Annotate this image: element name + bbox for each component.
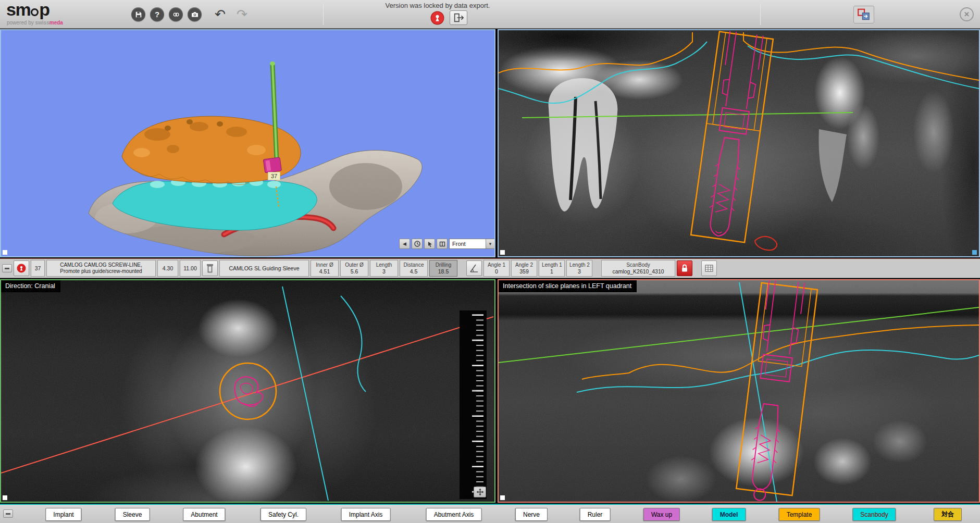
collapse-view-toolbar-button[interactable]: ◀ [399, 239, 410, 249]
table-icon [704, 263, 714, 273]
redo-icon: ↷ [237, 7, 247, 21]
header-separator [760, 4, 761, 25]
field-length-2[interactable]: Length 23 [566, 260, 592, 277]
minimize-icon [6, 513, 10, 515]
export-button[interactable] [450, 10, 467, 25]
collapse-implant-bar-button[interactable] [2, 264, 12, 272]
sleeve-name[interactable]: CAMLOG SL Guiding Sleeve [219, 260, 309, 277]
ct-overlay-bottom-left [1, 280, 494, 502]
toggle-model-button[interactable]: Model [712, 508, 746, 521]
pointer-button[interactable] [424, 239, 435, 249]
field-angle-2[interactable]: Angle 2359 [511, 260, 537, 277]
sleeve-icon [204, 263, 216, 274]
cine-button[interactable] [169, 7, 183, 21]
toggle-nerve-button[interactable]: Nerve [515, 508, 548, 521]
field-outer-diameter[interactable]: Outer Ø5.6 [340, 260, 368, 277]
depth-ruler[interactable] [460, 310, 487, 499]
pan-view-button[interactable] [474, 487, 486, 497]
sync-icon [857, 8, 871, 21]
toggle-safety-cylinder-button[interactable]: Safety Cyl. [260, 508, 306, 521]
film-reels-icon [171, 10, 181, 19]
field-inner-diameter[interactable]: Inner Ø4.51 [311, 260, 339, 277]
scanbody-field[interactable]: ScanBodycamlog_K2610_4310 [601, 260, 675, 277]
help-button[interactable]: ? [150, 7, 164, 21]
corner-handle[interactable] [500, 250, 505, 255]
collapse-toolbar-button[interactable] [3, 509, 13, 518]
field-length-1[interactable]: Length 11 [539, 260, 565, 277]
toggle-scanbody-button[interactable]: Scanbody [852, 508, 896, 521]
redo-button[interactable]: ↷ [233, 7, 251, 21]
chevron-left-icon: ◀ [403, 241, 406, 246]
toggle-implant-axis-button[interactable]: Implant Axis [341, 508, 391, 521]
view-slice-bottom-left[interactable]: Direction: Cranial [0, 279, 495, 503]
view-slice-top-right[interactable] [498, 29, 980, 257]
orientation-value: Front [450, 241, 486, 247]
close-icon: ✕ [964, 10, 970, 18]
view-3d[interactable]: 37 ◀ Front ▼ [0, 29, 495, 257]
corner-handle[interactable] [500, 495, 505, 500]
ct-overlay-top-right [499, 30, 979, 256]
clock-icon [414, 240, 421, 247]
toggle-sleeve-button[interactable]: Sleeve [115, 508, 150, 521]
layout-columns-icon [439, 240, 446, 247]
corner-handle[interactable] [3, 250, 7, 255]
export-icon [452, 12, 465, 23]
toggle-template-button[interactable]: Template [779, 508, 820, 521]
powered-by: powered by swissmeda [7, 20, 63, 26]
toggle-abutment-button[interactable]: Abutment [183, 508, 225, 521]
slice-intersection-label: Intersection of slice planes in LEFT qua… [499, 280, 637, 292]
scanbody-lock-button[interactable] [677, 260, 692, 276]
toggle-implant-button[interactable]: Implant [45, 508, 81, 521]
header-toolbar: ? ↶ ↷ [131, 7, 251, 21]
implant-lock-button[interactable] [14, 260, 29, 276]
3d-scene [1, 30, 494, 256]
ct-overlay-bottom-right [499, 280, 979, 502]
pan-icon [476, 488, 484, 496]
undo-icon: ↶ [215, 7, 226, 21]
lock-message: Version was locked by data export. [333, 2, 542, 9]
report-table-button[interactable] [701, 260, 717, 276]
angle-icon [468, 263, 480, 274]
camera-icon [190, 10, 200, 19]
corner-handle[interactable] [3, 495, 7, 500]
implant-info-bar: 37 CAMLOG CAMLOG SCREW-LINE, Promote plu… [0, 258, 980, 278]
undo-button[interactable]: ↶ [212, 7, 229, 21]
implant-name[interactable]: CAMLOG CAMLOG SCREW-LINE, Promote plus g… [46, 260, 156, 277]
layout-button[interactable] [437, 239, 448, 249]
field-drilling[interactable]: Drilling18.5 [429, 260, 457, 277]
clock-button[interactable] [412, 239, 423, 249]
save-button[interactable] [131, 7, 145, 21]
field-sleeve-length[interactable]: Length3 [370, 260, 398, 277]
lock-icon [679, 263, 690, 273]
logo-o-ring [31, 8, 39, 16]
field-angle-1[interactable]: Angle 10 [483, 260, 510, 277]
toggle-waxup-button[interactable]: Wax up [643, 508, 680, 521]
toggle-abutment-axis-button[interactable]: Abutment Axis [426, 508, 482, 521]
lock-icon [16, 263, 27, 274]
close-button[interactable]: ✕ [960, 7, 974, 21]
view-orientation-select[interactable]: Front ▼ [449, 239, 495, 249]
version-locked-icon [430, 11, 444, 25]
corner-handle[interactable] [972, 250, 977, 255]
angle-tool-button[interactable] [466, 260, 482, 276]
minimize-icon [5, 268, 9, 269]
transfer-button[interactable] [853, 6, 874, 23]
chevron-down-icon: ▼ [486, 239, 494, 248]
view3d-toolbar: ◀ Front ▼ [399, 239, 495, 249]
sleeve-3d[interactable] [263, 157, 281, 173]
app-logo: smp [6, 0, 49, 20]
visibility-toolbar: Implant Sleeve Abutment Safety Cyl. Impl… [0, 504, 980, 523]
sleeve-button[interactable] [202, 260, 218, 276]
screenshot-button[interactable] [188, 7, 202, 21]
slice-direction-label: Direction: Cranial [1, 280, 60, 292]
header-separator [323, 4, 324, 25]
field-distance[interactable]: Distance4.5 [400, 260, 428, 277]
tooth-position-tag: 37 [268, 172, 280, 180]
toggle-antagonist-button[interactable]: 対合 [934, 508, 962, 521]
help-icon: ? [155, 10, 159, 19]
cursor-icon [426, 240, 433, 247]
toggle-ruler-button[interactable]: Ruler [580, 508, 611, 521]
implant-length[interactable]: 11.00 [180, 260, 201, 277]
implant-diameter[interactable]: 4.30 [157, 260, 178, 277]
view-slice-bottom-right[interactable]: Intersection of slice planes in LEFT qua… [498, 279, 980, 503]
